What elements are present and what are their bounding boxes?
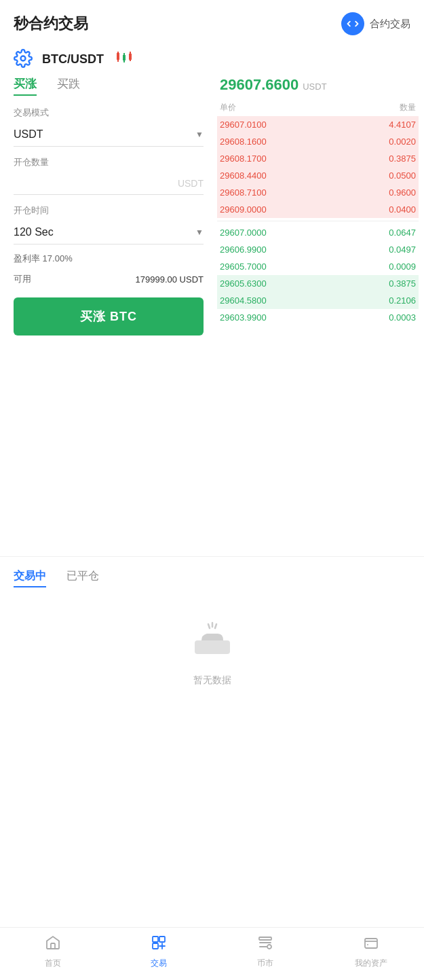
empty-text: 暂无数据	[193, 674, 231, 687]
bid-qty: 0.3875	[389, 278, 416, 289]
mode-select[interactable]: USDT ▼	[14, 123, 204, 147]
svg-rect-15	[153, 937, 158, 942]
ask-price: 29608.7100	[220, 187, 267, 198]
bid-row: 29603.99000.0003	[217, 309, 419, 326]
svg-rect-14	[51, 943, 55, 949]
available-row: 可用 179999.00 USDT	[14, 273, 204, 285]
time-arrow-icon: ▼	[195, 228, 204, 237]
svg-rect-10	[195, 640, 230, 654]
nav-assets[interactable]: 我的资产	[318, 934, 424, 969]
time-value: 120 Sec	[14, 226, 54, 238]
pair-name[interactable]: BTC/USDT	[42, 52, 104, 67]
bid-qty: 0.0647	[389, 228, 416, 238]
bid-price: 29605.7000	[220, 261, 267, 272]
chart-icon[interactable]	[115, 50, 134, 69]
ask-row: 29608.17000.3875	[217, 150, 419, 167]
bid-price: 29605.6300	[220, 278, 267, 289]
contract-icon	[341, 12, 364, 35]
ask-price: 29608.4400	[220, 170, 267, 181]
settings-icon[interactable]	[14, 49, 34, 69]
ask-price: 29608.1700	[220, 153, 267, 164]
left-panel: 买涨 买跌 交易模式 USDT ▼ 开仓数量 USDT 开仓时间 120 Sec…	[0, 76, 217, 549]
mode-label: 交易模式	[14, 107, 204, 119]
ask-price: 29609.0000	[220, 204, 267, 215]
svg-rect-7	[129, 54, 132, 60]
current-price: 29607.6600	[220, 76, 298, 94]
tab-sell[interactable]: 买跌	[57, 76, 80, 96]
time-select[interactable]: 120 Sec ▼	[14, 221, 204, 244]
asks-section: 29607.01004.410729608.16000.002029608.17…	[217, 116, 419, 218]
page-title: 秒合约交易	[14, 14, 88, 34]
ask-qty: 0.3875	[389, 153, 416, 164]
ask-row: 29609.00000.0400	[217, 201, 419, 218]
ask-qty: 4.4107	[389, 120, 416, 130]
main-content: 买涨 买跌 交易模式 USDT ▼ 开仓数量 USDT 开仓时间 120 Sec…	[0, 76, 424, 556]
contract-trade-link[interactable]: 合约交易	[341, 12, 410, 35]
svg-rect-4	[123, 55, 126, 60]
nav-market-label: 币市	[257, 958, 273, 969]
bid-qty: 0.0009	[389, 261, 416, 272]
price-unit: USDT	[303, 81, 326, 92]
ask-qty: 0.9600	[389, 187, 416, 198]
trade-icon	[151, 934, 167, 955]
bid-price: 29607.0000	[220, 228, 267, 238]
assets-icon	[363, 934, 379, 955]
trade-tabs: 买涨 买跌	[14, 76, 204, 96]
time-label: 开仓时间	[14, 204, 204, 217]
col-price: 单价	[220, 102, 236, 113]
ask-row: 29608.44000.0500	[217, 167, 419, 184]
bid-qty: 0.0497	[389, 244, 416, 255]
nav-market[interactable]: 币市	[212, 934, 318, 969]
ask-price: 29607.0100	[220, 120, 267, 130]
tab-buy[interactable]: 买涨	[14, 76, 37, 96]
contract-label: 合约交易	[370, 18, 410, 31]
empty-state: 暂无数据	[0, 594, 424, 714]
svg-point-18	[267, 945, 271, 949]
bids-section: 29607.00000.064729606.99000.049729605.70…	[217, 224, 419, 326]
bid-price: 29606.9900	[220, 244, 267, 255]
ask-qty: 0.0500	[389, 170, 416, 181]
ask-price: 29608.1600	[220, 137, 267, 147]
bid-row: 29604.58000.2106	[217, 292, 419, 309]
trading-tabs: 交易中 已平仓	[0, 556, 424, 594]
svg-line-11	[208, 624, 210, 628]
svg-point-0	[21, 56, 26, 61]
ask-row: 29608.16000.0020	[217, 133, 419, 150]
svg-rect-17	[153, 943, 158, 949]
bid-qty: 0.2106	[389, 295, 416, 306]
profit-label: 盈利率 17.00%	[14, 253, 73, 265]
quantity-input-wrap[interactable]: USDT	[14, 173, 204, 195]
ask-qty: 0.0400	[389, 204, 416, 215]
svg-line-13	[215, 624, 216, 628]
bid-row: 29605.63000.3875	[217, 275, 419, 292]
nav-home-label: 首页	[45, 958, 61, 969]
available-value: 179999.00 USDT	[136, 274, 204, 285]
buy-button[interactable]: 买涨 BTC	[14, 297, 204, 335]
quantity-placeholder: USDT	[178, 178, 204, 189]
nav-home[interactable]: 首页	[0, 934, 106, 969]
tab-closed[interactable]: 已平仓	[66, 569, 99, 587]
bid-row: 29607.00000.0647	[217, 224, 419, 241]
bid-price: 29603.9900	[220, 312, 267, 323]
tab-trading[interactable]: 交易中	[14, 569, 46, 587]
svg-rect-19	[365, 939, 377, 948]
nav-trade[interactable]: 交易	[106, 934, 212, 969]
ob-divider	[217, 221, 419, 221]
home-icon	[45, 934, 61, 955]
bid-row: 29606.99000.0497	[217, 241, 419, 258]
ob-header: 单价 数量	[217, 99, 419, 116]
price-display: 29607.6600 USDT	[217, 76, 419, 94]
nav-assets-label: 我的资产	[355, 958, 387, 969]
bottom-nav: 首页 交易 币市	[0, 927, 424, 980]
col-qty: 数量	[400, 102, 416, 113]
pair-row: BTC/USDT	[0, 42, 424, 76]
market-icon	[257, 934, 273, 955]
svg-rect-16	[159, 937, 165, 942]
bid-row: 29605.70000.0009	[217, 258, 419, 275]
bid-qty: 0.0003	[389, 312, 416, 323]
profit-row: 盈利率 17.00%	[14, 253, 204, 265]
ask-row: 29608.71000.9600	[217, 184, 419, 201]
ask-row: 29607.01004.4107	[217, 116, 419, 133]
svg-rect-1	[117, 53, 119, 60]
mode-arrow-icon: ▼	[195, 130, 204, 139]
